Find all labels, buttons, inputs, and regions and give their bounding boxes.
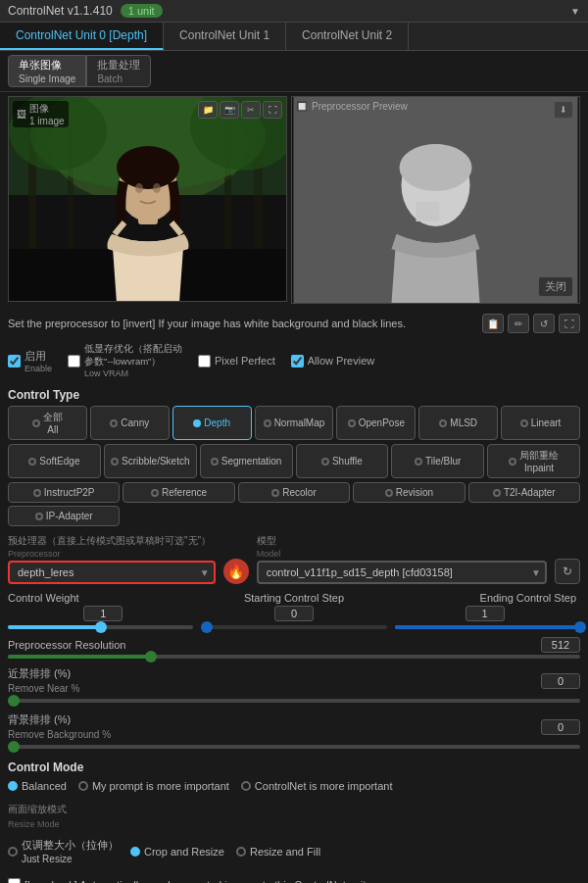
resize-just[interactable]: 仅调整大小（拉伸）Just Resize (8, 838, 119, 864)
preview-label: 🔲 Preprocessor Preview (296, 101, 408, 112)
starting-step-track[interactable] (201, 625, 386, 629)
ct-softedge[interactable]: SoftEdge (8, 444, 101, 478)
ct-scribble[interactable]: Scribble/Sketch (104, 444, 197, 478)
preview-download-btn[interactable]: ⬇ (554, 101, 573, 119)
tab-unit1[interactable]: ControlNet Unit 1 (164, 23, 286, 50)
mode-prompt[interactable]: My prompt is more important (78, 780, 229, 792)
svg-point-14 (135, 183, 143, 193)
hint-row: Set the preprocessor to [invert] If your… (0, 308, 588, 339)
ct-t2i[interactable]: T2I-Adapter (468, 482, 580, 503)
remove-near-value: 0 (541, 673, 580, 689)
main-image-container[interactable]: 🖼 图像1 image (8, 96, 287, 302)
remove-bg-track[interactable] (8, 745, 580, 749)
preprocessor-res-thumb[interactable] (145, 651, 157, 662)
model-select[interactable]: control_v11f1p_sd15_depth [cfd03158] (257, 561, 547, 584)
preprocessor-select[interactable]: depth_leres (8, 561, 216, 584)
control-weight-track[interactable] (8, 625, 193, 629)
ct-ipadapter[interactable]: IP-Adapter (8, 506, 120, 526)
lowvram-checkbox[interactable]: 低显存优化（搭配启动参数"--lowvram"）Low VRAM (68, 343, 182, 378)
sub-tabs: 单张图像Single Image 批量处理Batch (0, 51, 588, 92)
ending-step-track[interactable] (395, 625, 580, 629)
loopback-input[interactable] (8, 878, 21, 883)
loopback-label: [Loopback] Automatically send generated … (24, 879, 367, 884)
ct-normalmap[interactable]: NormalMap (255, 406, 334, 440)
subtab-batch-label: 批量处理Batch (97, 59, 140, 84)
image-camera-btn[interactable]: 📷 (220, 101, 239, 119)
mode-controlnet[interactable]: ControlNet is more important (241, 780, 393, 792)
model-label: 模型 Model (257, 534, 547, 559)
ct-canny[interactable]: Canny (90, 406, 170, 440)
control-weight-value-wrapper: 1 (8, 606, 199, 621)
ct-depth[interactable]: Depth (172, 406, 252, 440)
remove-bg-header: 背景排排 (%) Remove Background % 0 (8, 712, 580, 741)
preprocessor-res-value: 512 (541, 637, 580, 653)
ct-mlsd[interactable]: MLSD (418, 406, 498, 440)
pixel-perfect-checkbox[interactable]: Pixel Perfect (198, 355, 275, 368)
enable-checkbox[interactable]: 启用Enable (8, 349, 52, 373)
ct-all[interactable]: 全部All (8, 406, 87, 440)
mode-controlnet-label: ControlNet is more important (255, 780, 393, 792)
ct-recolor[interactable]: Recolor (238, 482, 350, 503)
ct-revision[interactable]: Revision (353, 482, 465, 503)
preprocessor-res-slider-container[interactable] (0, 655, 588, 664)
fire-btn[interactable]: 🔥 (223, 559, 249, 584)
preview-icon: 🔲 (296, 101, 308, 112)
enable-input[interactable] (8, 355, 21, 368)
starting-step-thumb[interactable] (201, 621, 213, 633)
resize-fill[interactable]: Resize and Fill (236, 846, 320, 858)
tab-unit0[interactable]: ControlNet Unit 0 [Depth] (0, 23, 164, 50)
collapse-icon[interactable]: ▼ (570, 6, 580, 17)
ending-step-label: Ending Control Step (389, 592, 580, 604)
ct-tileblur[interactable]: Tile/Blur (391, 444, 484, 478)
ct-normalmap-radio (264, 419, 271, 427)
remove-near-track[interactable] (8, 699, 580, 703)
control-weight-thumb[interactable] (95, 621, 107, 633)
ct-shuffle[interactable]: Shuffle (296, 444, 389, 478)
image-count-label: 图像1 image (29, 102, 65, 126)
mode-prompt-label: My prompt is more important (92, 780, 229, 792)
hint-reset-btn[interactable]: ↺ (533, 314, 555, 333)
ct-reference-radio (151, 489, 159, 497)
slider-labels-row: Control Weight Starting Control Step End… (0, 588, 588, 604)
image-upload-btn[interactable]: 📁 (198, 101, 218, 119)
ct-segmentation[interactable]: Segmentation (200, 444, 293, 478)
remove-bg-thumb[interactable] (8, 741, 20, 753)
ct-inpaint[interactable]: 局部重绘Inpaint (487, 444, 580, 478)
ending-step-thumb[interactable] (574, 621, 586, 633)
ct-instructp2p[interactable]: InstructP2P (8, 482, 120, 503)
lowvram-input[interactable] (68, 355, 80, 368)
ct-tileblur-radio (415, 458, 422, 466)
ct-lineart[interactable]: Lineart (501, 406, 580, 440)
starting-step-value: 0 (274, 606, 314, 621)
subtab-single-label: 单张图像Single Image (19, 59, 75, 84)
ct-reference[interactable]: Reference (122, 482, 234, 503)
remove-near-labels: 近景排排 (%) Remove Near % (8, 666, 79, 695)
preprocessor-res-track[interactable] (8, 655, 580, 659)
subtab-batch[interactable]: 批量处理Batch (86, 55, 151, 87)
resize-crop-radio (130, 847, 140, 857)
hint-edit-btn[interactable]: ✏ (508, 314, 529, 333)
preview-close-btn[interactable]: 关闭 (538, 276, 573, 297)
ending-step-value-wrapper: 1 (389, 606, 580, 621)
remove-bg-row: 背景排排 (%) Remove Background % 0 (0, 711, 588, 751)
ct-openpose[interactable]: OpenPose (336, 406, 416, 440)
download-icon[interactable]: ⬇ (554, 101, 573, 119)
tab-unit2[interactable]: ControlNet Unit 2 (286, 23, 409, 50)
subtab-single[interactable]: 单张图像Single Image (8, 55, 86, 87)
mode-balanced[interactable]: Balanced (8, 780, 67, 792)
hint-copy-btn[interactable]: 📋 (482, 314, 504, 333)
model-refresh-btn[interactable]: ↻ (555, 559, 580, 584)
hint-expand-btn[interactable]: ⛶ (559, 314, 580, 333)
allow-preview-checkbox[interactable]: Allow Preview (291, 355, 374, 368)
resize-crop[interactable]: Crop and Resize (130, 846, 224, 858)
remove-near-thumb[interactable] (8, 695, 20, 707)
ct-recolor-radio (271, 489, 279, 497)
image-expand-btn[interactable]: ⛶ (263, 101, 282, 119)
allow-preview-input[interactable] (291, 355, 304, 368)
pixel-perfect-input[interactable] (198, 355, 211, 368)
loopback-checkbox[interactable]: [Loopback] Automatically send generated … (8, 878, 367, 883)
control-mode-section: Control Mode Balanced My prompt is more … (0, 751, 588, 800)
control-weight-label: Control Weight (8, 592, 199, 604)
unit-badge: 1 unit (121, 4, 163, 18)
image-copy-btn[interactable]: ✂ (241, 101, 261, 119)
